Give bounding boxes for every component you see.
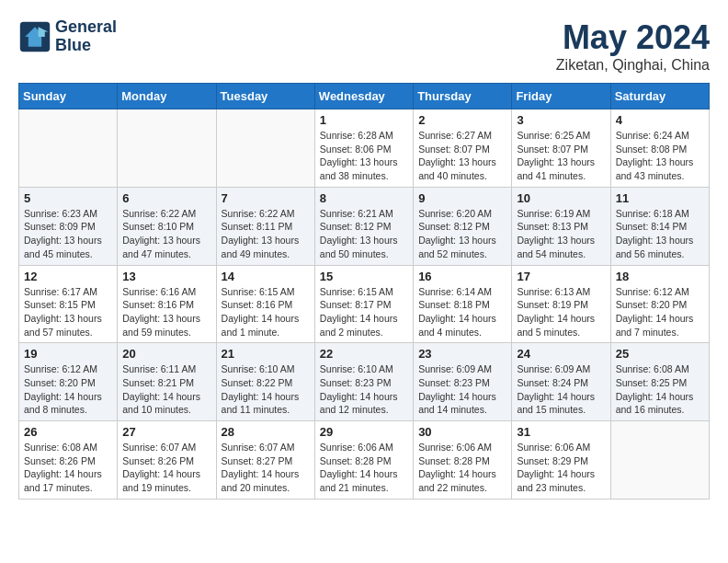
calendar-day-23: 23Sunrise: 6:09 AM Sunset: 8:23 PM Dayli…	[414, 343, 512, 421]
day-number: 8	[320, 191, 408, 205]
day-info: Sunrise: 6:12 AM Sunset: 8:20 PM Dayligh…	[24, 362, 112, 417]
day-info: Sunrise: 6:06 AM Sunset: 8:28 PM Dayligh…	[418, 441, 506, 495]
page-header: General Blue May 2024 Ziketan, Qinghai, …	[18, 18, 710, 74]
calendar-day-21: 21Sunrise: 6:10 AM Sunset: 8:22 PM Dayli…	[216, 343, 314, 421]
calendar-day-empty	[216, 109, 314, 188]
day-info: Sunrise: 6:23 AM Sunset: 8:09 PM Dayligh…	[24, 207, 112, 261]
day-number: 25	[616, 347, 704, 361]
logo: General Blue	[18, 18, 117, 55]
day-number: 6	[122, 191, 210, 205]
day-info: Sunrise: 6:21 AM Sunset: 8:12 PM Dayligh…	[320, 207, 408, 261]
day-number: 23	[418, 347, 506, 361]
day-info: Sunrise: 6:14 AM Sunset: 8:18 PM Dayligh…	[418, 285, 506, 339]
day-number: 30	[418, 425, 506, 439]
day-number: 3	[517, 113, 605, 127]
calendar-day-10: 10Sunrise: 6:19 AM Sunset: 8:13 PM Dayli…	[512, 187, 610, 265]
day-info: Sunrise: 6:06 AM Sunset: 8:29 PM Dayligh…	[517, 441, 605, 495]
calendar-day-5: 5Sunrise: 6:23 AM Sunset: 8:09 PM Daylig…	[19, 187, 118, 265]
calendar-week-row: 26Sunrise: 6:08 AM Sunset: 8:26 PM Dayli…	[19, 421, 710, 500]
calendar-day-22: 22Sunrise: 6:10 AM Sunset: 8:23 PM Dayli…	[314, 343, 413, 421]
day-number: 7	[222, 191, 310, 205]
day-info: Sunrise: 6:24 AM Sunset: 8:08 PM Dayligh…	[616, 129, 704, 183]
calendar-day-8: 8Sunrise: 6:21 AM Sunset: 8:12 PM Daylig…	[314, 187, 413, 265]
calendar-day-empty	[610, 421, 709, 500]
calendar-day-2: 2Sunrise: 6:27 AM Sunset: 8:07 PM Daylig…	[414, 109, 512, 188]
day-info: Sunrise: 6:12 AM Sunset: 8:20 PM Dayligh…	[616, 285, 704, 339]
day-info: Sunrise: 6:15 AM Sunset: 8:17 PM Dayligh…	[320, 285, 408, 339]
calendar-week-row: 5Sunrise: 6:23 AM Sunset: 8:09 PM Daylig…	[19, 187, 710, 265]
day-number: 15	[320, 270, 408, 283]
day-number: 26	[24, 425, 112, 439]
calendar-header-row: SundayMondayTuesdayWednesdayThursdayFrid…	[19, 84, 710, 109]
day-number: 11	[616, 191, 704, 205]
day-info: Sunrise: 6:17 AM Sunset: 8:15 PM Dayligh…	[24, 285, 112, 339]
calendar-week-row: 12Sunrise: 6:17 AM Sunset: 8:15 PM Dayli…	[19, 265, 710, 343]
day-info: Sunrise: 6:25 AM Sunset: 8:07 PM Dayligh…	[517, 129, 605, 183]
calendar-day-empty	[118, 109, 216, 188]
calendar-day-30: 30Sunrise: 6:06 AM Sunset: 8:28 PM Dayli…	[414, 421, 512, 500]
calendar-day-31: 31Sunrise: 6:06 AM Sunset: 8:29 PM Dayli…	[512, 421, 610, 500]
day-info: Sunrise: 6:27 AM Sunset: 8:07 PM Dayligh…	[418, 129, 506, 183]
day-number: 16	[418, 270, 506, 283]
day-info: Sunrise: 6:22 AM Sunset: 8:10 PM Dayligh…	[122, 207, 210, 261]
calendar-day-24: 24Sunrise: 6:09 AM Sunset: 8:24 PM Dayli…	[512, 343, 610, 421]
calendar-header-wednesday: Wednesday	[314, 84, 413, 109]
location: Ziketan, Qinghai, China	[556, 57, 710, 74]
day-info: Sunrise: 6:08 AM Sunset: 8:26 PM Dayligh…	[24, 441, 112, 495]
day-info: Sunrise: 6:18 AM Sunset: 8:14 PM Dayligh…	[616, 207, 704, 261]
day-number: 20	[122, 347, 210, 361]
day-info: Sunrise: 6:13 AM Sunset: 8:19 PM Dayligh…	[517, 285, 605, 339]
calendar-day-11: 11Sunrise: 6:18 AM Sunset: 8:14 PM Dayli…	[610, 187, 709, 265]
day-number: 21	[222, 347, 310, 361]
calendar-day-25: 25Sunrise: 6:08 AM Sunset: 8:25 PM Dayli…	[610, 343, 709, 421]
calendar-day-19: 19Sunrise: 6:12 AM Sunset: 8:20 PM Dayli…	[19, 343, 118, 421]
day-number: 27	[122, 425, 210, 439]
calendar-header-friday: Friday	[512, 84, 610, 109]
day-number: 14	[222, 270, 310, 283]
day-number: 18	[616, 270, 704, 283]
day-number: 28	[222, 425, 310, 439]
day-number: 17	[517, 270, 605, 283]
day-number: 4	[616, 113, 704, 127]
calendar-header-tuesday: Tuesday	[216, 84, 314, 109]
day-number: 9	[418, 191, 506, 205]
day-number: 19	[24, 347, 112, 361]
day-number: 2	[418, 113, 506, 127]
calendar-day-12: 12Sunrise: 6:17 AM Sunset: 8:15 PM Dayli…	[19, 265, 118, 343]
day-info: Sunrise: 6:07 AM Sunset: 8:27 PM Dayligh…	[222, 441, 310, 495]
calendar-day-28: 28Sunrise: 6:07 AM Sunset: 8:27 PM Dayli…	[216, 421, 314, 500]
calendar-day-29: 29Sunrise: 6:06 AM Sunset: 8:28 PM Dayli…	[314, 421, 413, 500]
day-info: Sunrise: 6:08 AM Sunset: 8:25 PM Dayligh…	[616, 362, 704, 417]
day-number: 10	[517, 191, 605, 205]
calendar-day-13: 13Sunrise: 6:16 AM Sunset: 8:16 PM Dayli…	[118, 265, 216, 343]
calendar-header-monday: Monday	[118, 84, 216, 109]
calendar-day-26: 26Sunrise: 6:08 AM Sunset: 8:26 PM Dayli…	[19, 421, 118, 500]
day-info: Sunrise: 6:06 AM Sunset: 8:28 PM Dayligh…	[320, 441, 408, 495]
calendar-day-3: 3Sunrise: 6:25 AM Sunset: 8:07 PM Daylig…	[512, 109, 610, 188]
calendar-table: SundayMondayTuesdayWednesdayThursdayFrid…	[18, 83, 710, 500]
calendar-header-saturday: Saturday	[610, 84, 709, 109]
day-info: Sunrise: 6:10 AM Sunset: 8:23 PM Dayligh…	[320, 362, 408, 417]
day-info: Sunrise: 6:10 AM Sunset: 8:22 PM Dayligh…	[222, 362, 310, 417]
day-number: 29	[320, 425, 408, 439]
day-number: 24	[517, 347, 605, 361]
day-info: Sunrise: 6:15 AM Sunset: 8:16 PM Dayligh…	[222, 285, 310, 339]
day-info: Sunrise: 6:16 AM Sunset: 8:16 PM Dayligh…	[122, 285, 210, 339]
calendar-day-1: 1Sunrise: 6:28 AM Sunset: 8:06 PM Daylig…	[314, 109, 413, 188]
calendar-day-6: 6Sunrise: 6:22 AM Sunset: 8:10 PM Daylig…	[118, 187, 216, 265]
day-info: Sunrise: 6:22 AM Sunset: 8:11 PM Dayligh…	[222, 207, 310, 261]
calendar-day-18: 18Sunrise: 6:12 AM Sunset: 8:20 PM Dayli…	[610, 265, 709, 343]
calendar-day-empty	[19, 109, 118, 188]
day-number: 13	[122, 270, 210, 283]
calendar-day-15: 15Sunrise: 6:15 AM Sunset: 8:17 PM Dayli…	[314, 265, 413, 343]
day-number: 31	[517, 425, 605, 439]
day-number: 1	[320, 113, 408, 127]
day-number: 5	[24, 191, 112, 205]
calendar-day-9: 9Sunrise: 6:20 AM Sunset: 8:12 PM Daylig…	[414, 187, 512, 265]
calendar-day-4: 4Sunrise: 6:24 AM Sunset: 8:08 PM Daylig…	[610, 109, 709, 188]
calendar-day-7: 7Sunrise: 6:22 AM Sunset: 8:11 PM Daylig…	[216, 187, 314, 265]
day-number: 12	[24, 270, 112, 283]
day-info: Sunrise: 6:28 AM Sunset: 8:06 PM Dayligh…	[320, 129, 408, 183]
calendar-day-16: 16Sunrise: 6:14 AM Sunset: 8:18 PM Dayli…	[414, 265, 512, 343]
day-info: Sunrise: 6:19 AM Sunset: 8:13 PM Dayligh…	[517, 207, 605, 261]
